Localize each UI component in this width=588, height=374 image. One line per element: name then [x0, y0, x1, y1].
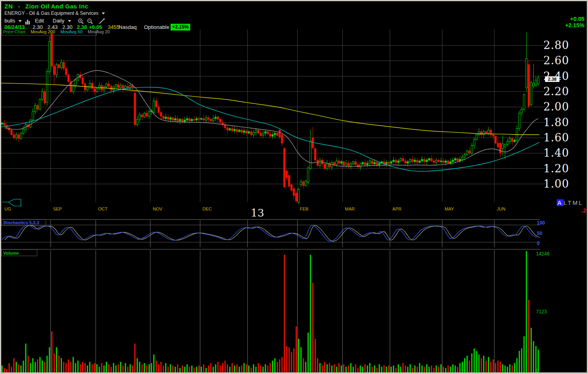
- volume-axis-label: 0: [536, 368, 539, 372]
- volume-layer: [2, 251, 539, 372]
- sector-row[interactable]: ENERGY - Oil & Gas Equipment & Services: [4, 10, 105, 16]
- corner-change-pct: +2.15%: [565, 22, 584, 29]
- price-tick-label: 1.80: [543, 116, 569, 129]
- legend-item: MovAvg 20: [88, 29, 110, 34]
- range-button-t2[interactable]: T: [567, 199, 572, 206]
- price-chart-canvas[interactable]: UGSEPOCTNOVDEC13FEBMARAPRMAYJUN100500142…: [1, 1, 587, 372]
- range-button-l4[interactable]: L: [579, 199, 583, 206]
- legend-item: MovAvg 50: [60, 29, 82, 34]
- month-label: NOV: [153, 206, 163, 211]
- stoch-axis-label: 50: [537, 231, 543, 236]
- range-buttons[interactable]: ALTML: [557, 199, 583, 206]
- month-label: APR: [393, 206, 402, 211]
- change-pct-badge: +2.15%: [171, 24, 190, 31]
- stoch-axis-label: 100: [537, 220, 545, 226]
- price-tick-label: 1.20: [543, 162, 569, 175]
- quote-optionable: Optionable: [144, 24, 169, 30]
- quote-exchange: Nasdaq: [119, 24, 137, 30]
- watchlist-dropdown[interactable]: bulls: [4, 18, 22, 24]
- price-tick-label: 2.00: [543, 100, 569, 113]
- price-tick-label: 1.40: [543, 147, 569, 159]
- month-label: OCT: [98, 206, 108, 211]
- month-label: JUN: [497, 206, 505, 211]
- volume-legend: Volume: [3, 251, 19, 255]
- price-tick-label: 1.00: [543, 178, 569, 190]
- sector-label: ENERGY - Oil & Gas Equipment & Services: [4, 10, 99, 16]
- range-button-a0[interactable]: A: [557, 199, 563, 206]
- chevron-down-icon: [68, 20, 71, 22]
- legend-item: MovAvg 200: [31, 29, 55, 34]
- legend-item: Price Chart: [3, 29, 25, 34]
- legend-separator: :: [26, 29, 30, 34]
- legend-separator: :: [83, 29, 87, 34]
- chevron-down-icon: [19, 20, 22, 22]
- chevron-down-icon[interactable]: [102, 12, 105, 14]
- price-tick-label: 2.80: [543, 39, 569, 51]
- corner-change: +0.05: [565, 16, 584, 22]
- edit-label: Edit: [35, 18, 44, 24]
- bar-chart-icon[interactable]: [25, 18, 30, 25]
- volume-axis-label: 7123: [536, 309, 547, 315]
- stoch-axis-label: 0: [537, 241, 540, 246]
- volume-axis-label: 14246: [536, 251, 550, 257]
- symbol-dash: -: [18, 3, 21, 10]
- price-tick-label: 1.60: [543, 131, 569, 144]
- price-chart-legend: Price Chart : MovAvg 200 : MovAvg 50 : M…: [3, 29, 111, 34]
- timeframe-dropdown[interactable]: Daily: [53, 18, 71, 24]
- month-label: UG: [4, 206, 11, 211]
- stochastics-legend: Stochastics 5,3,3: [3, 220, 39, 225]
- price-tick-label: 2.20: [543, 85, 569, 98]
- corner-fraction: .2: [581, 207, 586, 214]
- month-label: MAY: [444, 206, 454, 211]
- company-name: Zion Oil And Gas Inc: [25, 3, 88, 10]
- chart-window: UGSEPOCTNOVDEC13FEBMARAPRMAYJUN100500142…: [0, 0, 588, 374]
- candles-layer: [1, 32, 539, 204]
- watchlist-label: bulls: [4, 18, 15, 24]
- month-label: FEB: [300, 206, 308, 211]
- timeframe-label: Daily: [53, 18, 64, 24]
- range-button-l1[interactable]: L: [563, 199, 567, 206]
- month-label: DEC: [203, 206, 212, 211]
- range-button-m3[interactable]: M: [572, 199, 579, 206]
- corner-change-block: +0.05 +2.15%: [565, 16, 584, 29]
- symbol-title: ZN - Zion Oil And Gas Inc: [4, 3, 88, 10]
- symbol: ZN: [4, 3, 13, 10]
- month-label: MAR: [345, 206, 355, 211]
- ma200-line: [1, 83, 539, 135]
- month-label: SEP: [53, 206, 62, 211]
- legend-separator: :: [56, 29, 60, 34]
- month-label: 13: [251, 207, 264, 219]
- header: ZN - Zion Oil And Gas Inc ENERGY - Oil &…: [1, 1, 587, 29]
- last-price-tag: 2.38: [545, 76, 559, 82]
- scroll-tag-icon: [2, 199, 21, 206]
- edit-button[interactable]: Edit: [35, 18, 44, 24]
- price-tick-label: 2.60: [543, 54, 569, 67]
